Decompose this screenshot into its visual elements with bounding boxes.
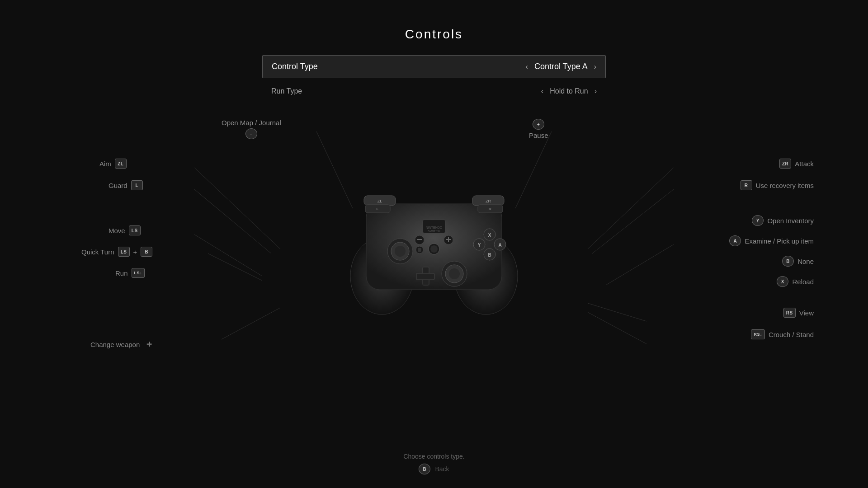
back-badge: B (419, 464, 430, 474)
examine-label: Examine / Pick up item (745, 237, 814, 245)
run-type-value: Hold to Run (550, 87, 588, 95)
svg-line-9 (588, 312, 646, 344)
svg-text:ZL: ZL (377, 199, 382, 203)
inventory-control: Y Open Inventory (752, 215, 814, 226)
change-weapon-control: Change weapon ✛ (90, 339, 155, 349)
recovery-label: Use recovery items (756, 182, 814, 189)
run-type-row: Run Type ‹ Hold to Run › (262, 83, 606, 100)
controls-container: Control Type ‹ Control Type A › Run Type… (0, 55, 868, 462)
change-weapon-badge: ✛ (143, 339, 155, 349)
control-type-value: Control Type A (534, 62, 588, 71)
run-type-value-section: ‹ Hold to Run › (541, 87, 597, 95)
svg-text:R: R (489, 207, 491, 211)
pause-badge: + (533, 119, 544, 130)
svg-line-6 (606, 244, 674, 285)
run-type-label: Run Type (271, 87, 302, 95)
svg-text:NINTENDO: NINTENDO (426, 226, 443, 229)
open-map-label: Open Map / Journal (222, 119, 281, 127)
none-badge: B (782, 256, 794, 267)
svg-text:X: X (488, 233, 491, 238)
crouch-label: Crouch / Stand (769, 331, 814, 338)
quick-turn-badge1: LS (118, 247, 130, 257)
view-label: View (799, 309, 814, 317)
reload-badge: X (777, 276, 788, 287)
quick-turn-badge2: B (141, 247, 152, 257)
none-label: None (797, 258, 814, 265)
aim-label: Aim (99, 160, 111, 168)
svg-point-28 (449, 268, 460, 279)
svg-text:Y: Y (478, 243, 481, 248)
run-badge: LS↓ (132, 268, 145, 278)
inventory-label: Open Inventory (767, 217, 814, 225)
control-type-value-section: ‹ Control Type A › (526, 62, 596, 71)
recovery-badge: R (741, 180, 752, 190)
svg-rect-35 (448, 237, 449, 242)
footer-hint: Choose controls type. (0, 453, 868, 460)
controller-image: ZL ZR L R (339, 177, 529, 321)
svg-rect-30 (416, 273, 434, 280)
control-type-row: Control Type ‹ Control Type A › (262, 55, 606, 78)
aim-badge: ZL (115, 159, 127, 169)
svg-point-25 (395, 246, 406, 257)
svg-line-8 (588, 303, 646, 321)
reload-label: Reload (792, 278, 814, 286)
examine-badge: A (729, 235, 741, 246)
attack-badge: ZR (779, 159, 791, 169)
crouch-badge: RS↓ (751, 329, 765, 339)
view-badge: RS (783, 308, 796, 318)
quick-turn-control: Quick Turn LS + B (81, 247, 152, 257)
run-type-left-arrow[interactable]: ‹ (541, 87, 543, 95)
svg-rect-39 (418, 248, 421, 252)
run-label: Run (115, 269, 128, 277)
controller-area: ZL ZR L R (0, 113, 868, 385)
open-map-control: Open Map / Journal − (222, 119, 281, 139)
guard-control: Guard L (108, 180, 143, 190)
svg-line-2 (194, 235, 262, 276)
svg-line-3 (208, 253, 262, 281)
recovery-control: R Use recovery items (741, 180, 814, 190)
aim-control: Aim ZL (99, 159, 127, 169)
back-label: Back (435, 465, 449, 473)
attack-control: ZR Attack (779, 159, 814, 169)
svg-line-4 (588, 168, 674, 249)
move-control: Move LS (108, 225, 141, 235)
footer-back: B Back (0, 464, 868, 474)
control-type-label: Control Type (272, 62, 318, 71)
move-label: Move (108, 227, 125, 235)
examine-control: A Examine / Pick up item (729, 235, 814, 246)
guard-badge: L (131, 180, 143, 190)
svg-line-5 (592, 189, 674, 253)
svg-line-7 (222, 308, 280, 339)
svg-text:ZR: ZR (486, 199, 491, 203)
plus-sign: + (133, 248, 137, 256)
attack-label: Attack (795, 160, 814, 168)
svg-point-37 (430, 245, 438, 253)
none-control: B None (782, 256, 814, 267)
page-title: Controls (0, 0, 868, 42)
svg-text:L: L (377, 207, 379, 211)
quick-turn-label: Quick Turn (81, 248, 114, 256)
view-control: RS View (783, 308, 814, 318)
change-weapon-label: Change weapon (90, 341, 140, 348)
control-type-left-arrow[interactable]: ‹ (526, 63, 528, 71)
guard-label: Guard (108, 182, 127, 189)
reload-control: X Reload (777, 276, 814, 287)
control-type-right-arrow[interactable]: › (594, 63, 596, 71)
open-map-badge: − (245, 128, 257, 139)
run-type-right-arrow[interactable]: › (594, 87, 597, 95)
footer: Choose controls type. B Back (0, 453, 868, 474)
svg-rect-32 (417, 239, 422, 240)
pause-control: + Pause (529, 119, 548, 139)
crouch-control: RS↓ Crouch / Stand (751, 329, 814, 339)
svg-text:B: B (488, 253, 491, 258)
inventory-badge: Y (752, 215, 764, 226)
svg-line-0 (194, 168, 280, 249)
svg-text:A: A (498, 243, 501, 248)
svg-line-1 (194, 189, 271, 253)
move-badge: LS (129, 225, 141, 235)
run-control: Run LS↓ (115, 268, 145, 278)
svg-text:SWITCH: SWITCH (428, 230, 440, 233)
pause-label: Pause (529, 131, 548, 139)
